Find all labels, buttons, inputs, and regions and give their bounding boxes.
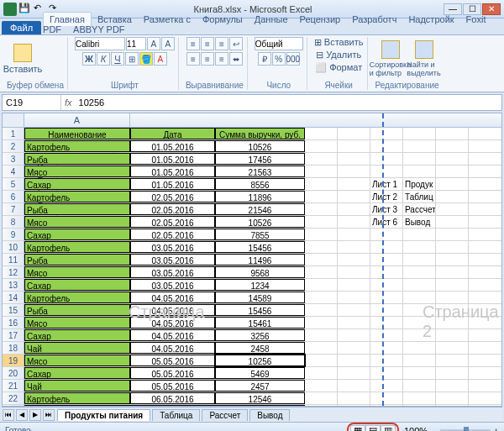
table-row[interactable]: 5Сахар01.05.20168556Лист 1Продук	[3, 178, 501, 191]
sheet-tab[interactable]: Вывод	[249, 409, 290, 421]
cell[interactable]	[305, 153, 338, 165]
table-row[interactable]: 20Сахар05.05.20165469	[3, 367, 501, 380]
table-row[interactable]: 22Картофель06.05.201612546	[3, 392, 501, 405]
cell[interactable]	[338, 392, 370, 404]
cell[interactable]: 21563	[215, 166, 305, 177]
cell[interactable]: Лист 2	[370, 191, 403, 202]
table-row[interactable]: 23Рыба06.05.201611784	[3, 405, 501, 407]
cell[interactable]	[403, 166, 436, 177]
cell[interactable]	[370, 367, 403, 379]
paste-button[interactable]: Вставить	[7, 39, 39, 79]
row-header[interactable]: 14	[3, 292, 24, 303]
cell[interactable]: 5469	[215, 367, 305, 379]
cell[interactable]	[305, 292, 338, 303]
cell[interactable]: Мясо	[24, 266, 130, 278]
cell[interactable]	[338, 254, 370, 265]
ribbon-tab[interactable]: ABBYY PDF	[67, 23, 131, 36]
cell[interactable]: 01.05.2016	[130, 178, 215, 190]
cell[interactable]: Сахар	[24, 367, 130, 379]
cell[interactable]: 15456	[215, 241, 305, 253]
cell[interactable]	[403, 229, 436, 240]
tab-first-icon[interactable]: ⏮	[3, 409, 14, 421]
tab-last-icon[interactable]: ⏭	[43, 409, 55, 421]
cell[interactable]: Лист 6	[370, 216, 403, 228]
underline-icon[interactable]: Ч	[111, 52, 124, 66]
cell[interactable]: 11496	[215, 254, 305, 265]
align-center-icon[interactable]: ≡	[201, 52, 214, 66]
normal-view-button[interactable]: ▦	[350, 425, 365, 432]
row-header[interactable]: 11	[3, 254, 24, 265]
cell[interactable]	[403, 128, 436, 139]
cell[interactable]: Картофель	[24, 392, 130, 404]
cell[interactable]	[436, 191, 469, 202]
row-header[interactable]: 9	[3, 229, 24, 240]
cell[interactable]: Рассчет	[403, 203, 436, 215]
cell[interactable]	[436, 203, 469, 215]
cell[interactable]	[436, 405, 469, 407]
wrap-icon[interactable]: ↩	[229, 37, 243, 50]
cell[interactable]: Рыба	[24, 203, 130, 215]
ribbon-tab[interactable]: Разметка с	[138, 13, 197, 26]
cell[interactable]	[370, 342, 403, 354]
cell[interactable]	[436, 380, 469, 392]
zoom-in-button[interactable]: +	[494, 426, 499, 432]
zoom-out-button[interactable]: −	[431, 426, 436, 432]
cell[interactable]	[370, 392, 403, 404]
cell[interactable]	[305, 317, 338, 329]
cell[interactable]: 11896	[215, 191, 305, 202]
name-box[interactable]: C19	[3, 95, 61, 110]
row-header[interactable]: 5	[3, 178, 24, 190]
currency-icon[interactable]: ₽	[258, 52, 271, 66]
table-row[interactable]: 3Рыба01.05.201617456	[3, 153, 501, 166]
cell[interactable]: 21546	[215, 203, 305, 215]
col-header[interactable]: A	[24, 113, 130, 128]
cell[interactable]	[338, 279, 370, 291]
align-top-icon[interactable]: ≡	[186, 37, 200, 50]
cell[interactable]	[436, 317, 469, 329]
cell[interactable]: 12546	[215, 392, 305, 404]
cell[interactable]	[338, 216, 370, 228]
row-header[interactable]: 4	[3, 166, 24, 177]
cell[interactable]	[370, 166, 403, 177]
row-header[interactable]: 16	[3, 317, 24, 329]
cell[interactable]: 02.05.2016	[130, 191, 215, 202]
cell[interactable]: Рыба	[24, 304, 130, 316]
fx-icon[interactable]: fx	[61, 97, 76, 108]
cell[interactable]	[436, 241, 469, 253]
cell[interactable]	[436, 128, 469, 139]
cell[interactable]	[370, 329, 403, 341]
cell[interactable]	[370, 317, 403, 329]
comma-icon[interactable]: 000	[286, 52, 300, 66]
cell[interactable]: 03.05.2016	[130, 266, 215, 278]
cell[interactable]: 04.05.2016	[130, 317, 215, 329]
row-header[interactable]: 22	[3, 392, 24, 404]
row-header[interactable]: 1	[3, 128, 24, 139]
cell[interactable]: 3256	[215, 329, 305, 341]
ribbon-tab[interactable]: Данные	[249, 13, 294, 26]
cell[interactable]: Сумма выручки, руб.	[215, 128, 305, 139]
cell[interactable]: 05.05.2016	[130, 380, 215, 392]
tab-prev-icon[interactable]: ◀	[16, 409, 28, 421]
cell[interactable]	[305, 279, 338, 291]
cell[interactable]	[305, 342, 338, 354]
table-row[interactable]: 2Картофель01.05.201610526	[3, 140, 501, 153]
cell[interactable]	[338, 241, 370, 253]
find-button[interactable]: Найти и выделить	[408, 39, 440, 79]
cell[interactable]	[305, 166, 338, 177]
number-format[interactable]	[255, 37, 303, 50]
ribbon-tab[interactable]: Формулы	[197, 13, 249, 26]
cell[interactable]	[436, 266, 469, 278]
cell[interactable]	[338, 317, 370, 329]
row-header[interactable]: 12	[3, 266, 24, 278]
table-row[interactable]: 7Рыба02.05.201621546Лист 3Рассчет	[3, 203, 501, 216]
cell[interactable]: 05.05.2016	[130, 367, 215, 379]
table-row[interactable]: 18Чай04.05.20162458	[3, 342, 501, 355]
cell[interactable]: Рыба	[24, 153, 130, 165]
table-row[interactable]: 4Мясо01.05.201621563	[3, 166, 501, 178]
cell[interactable]: 02.05.2016	[130, 216, 215, 228]
table-row[interactable]: 10Картофель03.05.201615456	[3, 241, 501, 254]
formula-input[interactable]: 10256	[76, 97, 501, 108]
cell[interactable]	[370, 229, 403, 240]
cell[interactable]	[305, 329, 338, 341]
cell[interactable]	[436, 229, 469, 240]
